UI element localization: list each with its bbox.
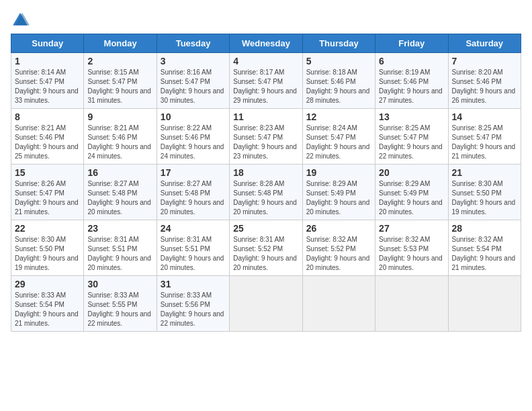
page-header [11, 11, 521, 30]
day-info: Sunrise: 8:28 AM Sunset: 5:48 PM Dayligh… [233, 179, 298, 217]
calendar-cell: 5Sunrise: 8:18 AM Sunset: 5:46 PM Daylig… [302, 53, 375, 109]
day-number: 9 [87, 111, 152, 122]
calendar-table: SundayMondayTuesdayWednesdayThursdayFrid… [11, 34, 521, 332]
day-info: Sunrise: 8:17 AM Sunset: 5:47 PM Dayligh… [233, 68, 298, 105]
day-info: Sunrise: 8:33 AM Sunset: 5:54 PM Dayligh… [15, 291, 80, 328]
day-info: Sunrise: 8:29 AM Sunset: 5:49 PM Dayligh… [306, 179, 371, 217]
calendar-cell: 3Sunrise: 8:16 AM Sunset: 5:47 PM Daylig… [157, 53, 229, 109]
calendar-cell: 19Sunrise: 8:29 AM Sunset: 5:49 PM Dayli… [302, 165, 375, 220]
calendar-cell: 8Sunrise: 8:21 AM Sunset: 5:46 PM Daylig… [11, 109, 84, 165]
logo-icon [11, 11, 30, 30]
day-info: Sunrise: 8:21 AM Sunset: 5:46 PM Dayligh… [15, 124, 80, 161]
day-number: 12 [306, 111, 371, 122]
day-number: 29 [15, 279, 80, 289]
calendar-cell [302, 276, 375, 332]
day-info: Sunrise: 8:18 AM Sunset: 5:46 PM Dayligh… [306, 68, 371, 105]
column-header-saturday: Saturday [448, 34, 521, 53]
day-number: 18 [233, 167, 298, 178]
day-number: 1 [15, 56, 80, 66]
day-info: Sunrise: 8:29 AM Sunset: 5:49 PM Dayligh… [379, 179, 444, 217]
week-row-4: 22Sunrise: 8:30 AM Sunset: 5:50 PM Dayli… [11, 220, 521, 276]
day-number: 19 [306, 167, 371, 178]
calendar-cell [230, 276, 302, 332]
column-header-friday: Friday [375, 34, 448, 53]
header-row: SundayMondayTuesdayWednesdayThursdayFrid… [11, 34, 521, 53]
calendar-cell: 20Sunrise: 8:29 AM Sunset: 5:49 PM Dayli… [375, 165, 448, 220]
day-info: Sunrise: 8:22 AM Sunset: 5:46 PM Dayligh… [161, 124, 226, 161]
day-number: 3 [161, 56, 226, 66]
day-number: 20 [379, 167, 444, 178]
day-info: Sunrise: 8:31 AM Sunset: 5:51 PM Dayligh… [161, 235, 226, 273]
day-info: Sunrise: 8:23 AM Sunset: 5:47 PM Dayligh… [233, 124, 298, 161]
calendar-cell: 24Sunrise: 8:31 AM Sunset: 5:51 PM Dayli… [157, 220, 229, 276]
calendar-cell: 18Sunrise: 8:28 AM Sunset: 5:48 PM Dayli… [230, 165, 302, 220]
calendar-cell: 2Sunrise: 8:15 AM Sunset: 5:47 PM Daylig… [84, 53, 157, 109]
week-row-5: 29Sunrise: 8:33 AM Sunset: 5:54 PM Dayli… [11, 276, 521, 332]
calendar-cell: 14Sunrise: 8:25 AM Sunset: 5:47 PM Dayli… [448, 109, 521, 165]
day-info: Sunrise: 8:33 AM Sunset: 5:56 PM Dayligh… [161, 291, 226, 328]
calendar-cell: 13Sunrise: 8:25 AM Sunset: 5:47 PM Dayli… [375, 109, 448, 165]
week-row-3: 15Sunrise: 8:26 AM Sunset: 5:47 PM Dayli… [11, 165, 521, 220]
day-info: Sunrise: 8:27 AM Sunset: 5:48 PM Dayligh… [161, 179, 226, 217]
day-number: 5 [306, 56, 371, 66]
day-number: 30 [87, 279, 152, 289]
day-number: 14 [452, 111, 517, 122]
calendar-cell: 16Sunrise: 8:27 AM Sunset: 5:48 PM Dayli… [84, 165, 157, 220]
calendar-cell: 31Sunrise: 8:33 AM Sunset: 5:56 PM Dayli… [157, 276, 229, 332]
calendar-cell: 7Sunrise: 8:20 AM Sunset: 5:46 PM Daylig… [448, 53, 521, 109]
day-info: Sunrise: 8:30 AM Sunset: 5:50 PM Dayligh… [15, 235, 80, 273]
day-number: 2 [87, 56, 152, 66]
day-info: Sunrise: 8:27 AM Sunset: 5:48 PM Dayligh… [87, 179, 152, 217]
calendar-cell: 6Sunrise: 8:19 AM Sunset: 5:46 PM Daylig… [375, 53, 448, 109]
calendar-body: 1Sunrise: 8:14 AM Sunset: 5:47 PM Daylig… [11, 53, 521, 332]
day-info: Sunrise: 8:33 AM Sunset: 5:55 PM Dayligh… [87, 291, 152, 328]
column-header-sunday: Sunday [11, 34, 84, 53]
day-number: 27 [379, 223, 444, 234]
day-info: Sunrise: 8:30 AM Sunset: 5:50 PM Dayligh… [452, 179, 517, 217]
day-number: 22 [15, 223, 80, 234]
day-number: 11 [233, 111, 298, 122]
logo [11, 11, 32, 30]
day-info: Sunrise: 8:21 AM Sunset: 5:46 PM Dayligh… [87, 124, 152, 161]
calendar-cell: 28Sunrise: 8:32 AM Sunset: 5:54 PM Dayli… [448, 220, 521, 276]
column-header-thursday: Thursday [302, 34, 375, 53]
day-number: 21 [452, 167, 517, 178]
column-header-tuesday: Tuesday [157, 34, 229, 53]
calendar-cell: 30Sunrise: 8:33 AM Sunset: 5:55 PM Dayli… [84, 276, 157, 332]
column-header-monday: Monday [84, 34, 157, 53]
day-info: Sunrise: 8:31 AM Sunset: 5:52 PM Dayligh… [233, 235, 298, 273]
day-number: 25 [233, 223, 298, 234]
day-info: Sunrise: 8:15 AM Sunset: 5:47 PM Dayligh… [87, 68, 152, 105]
day-info: Sunrise: 8:32 AM Sunset: 5:54 PM Dayligh… [452, 235, 517, 273]
day-info: Sunrise: 8:25 AM Sunset: 5:47 PM Dayligh… [452, 124, 517, 161]
day-info: Sunrise: 8:26 AM Sunset: 5:47 PM Dayligh… [15, 179, 80, 217]
day-number: 7 [452, 56, 517, 66]
day-info: Sunrise: 8:25 AM Sunset: 5:47 PM Dayligh… [379, 124, 444, 161]
calendar-cell: 25Sunrise: 8:31 AM Sunset: 5:52 PM Dayli… [230, 220, 302, 276]
calendar-cell: 27Sunrise: 8:32 AM Sunset: 5:53 PM Dayli… [375, 220, 448, 276]
calendar-cell: 26Sunrise: 8:32 AM Sunset: 5:52 PM Dayli… [302, 220, 375, 276]
day-number: 28 [452, 223, 517, 234]
day-number: 24 [161, 223, 226, 234]
calendar-cell: 9Sunrise: 8:21 AM Sunset: 5:46 PM Daylig… [84, 109, 157, 165]
day-info: Sunrise: 8:31 AM Sunset: 5:51 PM Dayligh… [87, 235, 152, 273]
day-number: 4 [233, 56, 298, 66]
calendar-cell: 22Sunrise: 8:30 AM Sunset: 5:50 PM Dayli… [11, 220, 84, 276]
day-info: Sunrise: 8:32 AM Sunset: 5:52 PM Dayligh… [306, 235, 371, 273]
calendar-header: SundayMondayTuesdayWednesdayThursdayFrid… [11, 34, 521, 53]
calendar-cell [448, 276, 521, 332]
day-number: 26 [306, 223, 371, 234]
day-number: 16 [87, 167, 152, 178]
calendar-cell: 17Sunrise: 8:27 AM Sunset: 5:48 PM Dayli… [157, 165, 229, 220]
day-info: Sunrise: 8:32 AM Sunset: 5:53 PM Dayligh… [379, 235, 444, 273]
calendar-cell: 12Sunrise: 8:24 AM Sunset: 5:47 PM Dayli… [302, 109, 375, 165]
calendar-cell: 4Sunrise: 8:17 AM Sunset: 5:47 PM Daylig… [230, 53, 302, 109]
day-number: 10 [161, 111, 226, 122]
day-number: 15 [15, 167, 80, 178]
week-row-1: 1Sunrise: 8:14 AM Sunset: 5:47 PM Daylig… [11, 53, 521, 109]
day-info: Sunrise: 8:20 AM Sunset: 5:46 PM Dayligh… [452, 68, 517, 105]
column-header-wednesday: Wednesday [230, 34, 302, 53]
calendar-cell: 11Sunrise: 8:23 AM Sunset: 5:47 PM Dayli… [230, 109, 302, 165]
calendar-cell: 10Sunrise: 8:22 AM Sunset: 5:46 PM Dayli… [157, 109, 229, 165]
day-number: 17 [161, 167, 226, 178]
